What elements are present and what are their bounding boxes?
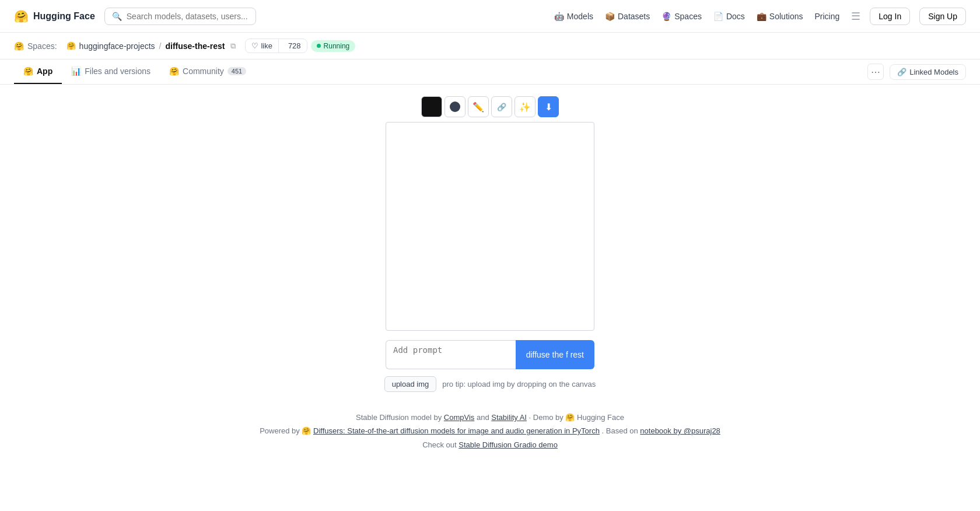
gradio-link[interactable]: Stable Diffusion Gradio demo <box>459 440 558 449</box>
breadcrumb-repo[interactable]: diffuse-the-rest <box>165 41 225 51</box>
logo[interactable]: 🤗 Hugging Face <box>14 9 95 23</box>
tab-app-icon: 🤗 <box>23 66 33 76</box>
upload-hint: pro tip: upload img by dropping on the c… <box>442 380 596 388</box>
nav-spaces[interactable]: 🔮 Spaces <box>662 12 702 21</box>
nav-spaces-label: Spaces <box>674 12 702 21</box>
wand-icon: ✨ <box>519 102 531 113</box>
footer-line2: Powered by 🤗 Diffusers: State-of-the-art… <box>260 424 720 438</box>
running-dot-icon <box>317 44 321 48</box>
tab-community[interactable]: 🤗 Community 451 <box>160 60 256 84</box>
logo-icon: 🤗 <box>14 9 29 23</box>
canvas-toolbar: ✏️ 🔗 ✨ ⬇ <box>421 96 559 117</box>
footer-mid1: and <box>477 413 491 422</box>
tab-actions: ⋯ 🔗 Linked Models <box>867 64 966 80</box>
notebook-link[interactable]: notebook by @psuraj28 <box>640 426 720 435</box>
wand-tool[interactable]: ✨ <box>514 96 536 117</box>
prompt-area: diffuse the f rest <box>386 340 594 369</box>
breadcrumb: 🤗 Spaces: 🤗 huggingface-projects / diffu… <box>0 33 980 60</box>
brush-size-tool[interactable] <box>444 96 466 117</box>
tab-files-icon: 📊 <box>71 66 81 76</box>
diffusers-link[interactable]: Diffusers: State-of-the-art diffusion mo… <box>313 426 600 435</box>
pencil-icon: ✏️ <box>473 102 484 113</box>
black-color-tool[interactable] <box>421 96 442 117</box>
prompt-input[interactable] <box>386 340 516 369</box>
tab-app-label: App <box>37 66 52 76</box>
user-avatar-icon: 🤗 <box>66 41 76 50</box>
tab-community-label: Community <box>183 66 224 76</box>
footer-mid2: . Based on <box>602 426 640 435</box>
spaces-emoji-icon: 🤗 <box>14 41 24 51</box>
footer-line3: Check out Stable Diffusion Gradio demo <box>260 438 720 452</box>
solutions-icon: 💼 <box>757 12 766 21</box>
nav-solutions[interactable]: 💼 Solutions <box>757 12 803 21</box>
tab-community-icon: 🤗 <box>169 66 179 76</box>
running-label: Running <box>324 42 350 50</box>
nav-pricing[interactable]: Pricing <box>814 12 839 21</box>
search-icon: 🔍 <box>112 12 122 21</box>
tabs-bar: 🤗 App 📊 Files and versions 🤗 Community 4… <box>0 60 980 85</box>
datasets-icon: 📦 <box>605 12 615 21</box>
nav-docs[interactable]: 📄 Docs <box>713 12 745 21</box>
nav-links: 🤖 Models 📦 Datasets 🔮 Spaces 📄 Docs 💼 So… <box>554 10 860 23</box>
like-label: like <box>261 41 272 50</box>
header: 🤗 Hugging Face 🔍 🤖 Models 📦 Datasets 🔮 S… <box>0 0 980 33</box>
like-button[interactable]: ♡ like <box>246 39 279 52</box>
footer-pre2: Powered by 🤗 <box>260 426 313 435</box>
footer-post1: · Demo by 🤗 Hugging Face <box>529 413 624 422</box>
breadcrumb-slash: / <box>159 41 162 51</box>
breadcrumb-spaces-label: Spaces: <box>27 41 57 51</box>
nav-models[interactable]: 🤖 Models <box>554 12 593 21</box>
docs-icon: 📄 <box>713 12 723 21</box>
models-icon: 🤖 <box>554 12 564 21</box>
diffuse-button[interactable]: diffuse the f rest <box>516 340 594 369</box>
nav-more-icon[interactable]: ☰ <box>851 10 860 23</box>
search-input[interactable] <box>127 12 249 21</box>
community-badge: 451 <box>228 67 246 75</box>
tab-app[interactable]: 🤗 App <box>14 60 62 84</box>
more-options-button[interactable]: ⋯ <box>867 64 884 80</box>
running-badge: Running <box>311 40 356 52</box>
tab-files[interactable]: 📊 Files and versions <box>62 60 160 84</box>
footer-line1: Stable Diffusion model by CompVis and St… <box>260 411 720 424</box>
like-count: 728 <box>282 39 307 52</box>
eraser-tool[interactable]: 🔗 <box>491 96 512 117</box>
spaces-icon: 🔮 <box>662 12 671 21</box>
linked-models-button[interactable]: 🔗 Linked Models <box>890 64 966 80</box>
nav-datasets[interactable]: 📦 Datasets <box>605 12 650 21</box>
brush-circle-icon <box>450 102 460 112</box>
drawing-canvas[interactable] <box>386 122 594 331</box>
search-bar[interactable]: 🔍 <box>104 8 256 25</box>
nav-pricing-label: Pricing <box>814 12 839 21</box>
breadcrumb-user[interactable]: huggingface-projects <box>79 41 155 51</box>
upload-section: upload img pro tip: upload img by droppi… <box>384 376 596 392</box>
footer-pre1: Stable Diffusion model by <box>356 413 444 422</box>
login-button[interactable]: Log In <box>870 8 910 25</box>
copy-icon[interactable]: ⧉ <box>230 41 236 51</box>
nav-models-label: Models <box>567 12 593 21</box>
logo-text: Hugging Face <box>33 11 95 22</box>
nav-datasets-label: Datasets <box>618 12 650 21</box>
pencil-tool[interactable]: ✏️ <box>468 96 489 117</box>
tab-files-label: Files and versions <box>85 66 150 76</box>
nav-docs-label: Docs <box>726 12 745 21</box>
like-section: ♡ like 728 <box>245 38 307 53</box>
linked-models-label: Linked Models <box>909 68 958 76</box>
linked-models-icon: 🔗 <box>897 68 907 76</box>
compvis-link[interactable]: CompVis <box>444 413 475 422</box>
nav-solutions-label: Solutions <box>769 12 803 21</box>
stability-link[interactable]: Stability AI <box>491 413 527 422</box>
main-content: ✏️ 🔗 ✨ ⬇ diffuse the f rest upload img p… <box>0 85 980 475</box>
footer-pre3: Check out <box>422 440 459 449</box>
upload-button[interactable]: upload img <box>384 376 437 392</box>
more-dots-icon: ⋯ <box>871 66 880 78</box>
eraser-icon: 🔗 <box>497 103 506 111</box>
download-icon: ⬇ <box>545 102 552 113</box>
signup-button[interactable]: Sign Up <box>919 8 966 25</box>
heart-icon: ♡ <box>251 41 258 50</box>
footer-text: Stable Diffusion model by CompVis and St… <box>260 411 720 452</box>
download-tool[interactable]: ⬇ <box>538 96 559 117</box>
